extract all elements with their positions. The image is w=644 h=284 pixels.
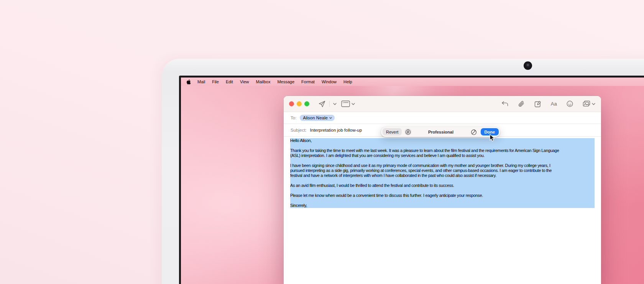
send-options-chevron-icon[interactable] — [333, 103, 337, 105]
message-body[interactable]: Hello Alison,Thank you for taking the ti… — [284, 137, 601, 284]
undo-icon[interactable] — [501, 101, 508, 107]
body-line: pursued interpreting as a side gig, prim… — [290, 168, 595, 173]
zoom-button[interactable] — [304, 101, 309, 106]
format-text-icon[interactable]: Aa — [551, 101, 557, 107]
body-line — [290, 178, 595, 183]
body-line — [290, 143, 595, 148]
signature-line: Katsura — [290, 208, 595, 213]
menu-items: MailFileEditViewMailboxMessageFormatWind… — [194, 78, 356, 86]
header-fields-chevron-icon[interactable] — [352, 103, 355, 105]
mouse-cursor — [490, 134, 495, 144]
scene: MailFileEditViewMailboxMessageFormatWind… — [0, 0, 644, 284]
facetime-camera — [524, 61, 532, 70]
body-line: I have been signing since childhood and … — [290, 163, 595, 168]
menu-item[interactable]: View — [237, 78, 253, 86]
minimize-button[interactable] — [297, 101, 302, 106]
body-line — [290, 158, 595, 163]
to-field-row[interactable]: To: Alison Neale — [284, 112, 601, 124]
writing-tools-icon[interactable] — [404, 128, 412, 135]
body-line: As an avid film enthusiast, I would be t… — [290, 183, 595, 188]
apple-menu-icon[interactable] — [185, 79, 194, 85]
recipient-chevron-icon — [329, 117, 332, 119]
menu-item[interactable]: Message — [274, 78, 298, 86]
menu-item[interactable]: Mailbox — [253, 78, 274, 86]
body-line: Sincerely, — [290, 203, 595, 208]
photo-browser-chevron-icon[interactable] — [592, 103, 595, 105]
recipient-name: Alison Neale — [303, 116, 328, 120]
menu-item[interactable]: Edit — [222, 78, 237, 86]
toolbar-divider — [329, 101, 330, 107]
menu-item[interactable]: File — [209, 78, 222, 86]
menu-item[interactable]: Format — [298, 78, 318, 86]
menu-item[interactable]: Window — [318, 78, 340, 86]
revert-button[interactable]: Revert — [383, 128, 402, 135]
traffic-lights — [289, 101, 309, 106]
menu-item[interactable]: Help — [340, 78, 356, 86]
rewrite-style-label: Professional — [412, 130, 470, 134]
emoji-icon[interactable] — [567, 101, 573, 107]
subject-label: Subject: — [291, 128, 307, 132]
markup-icon[interactable] — [534, 101, 541, 107]
body-line: (ASL) interpretation. I am delighted tha… — [290, 153, 595, 158]
mail-compose-window: Aa — [284, 96, 601, 284]
header-fields-icon[interactable] — [341, 101, 350, 107]
body-line: Please let me know when would be a conve… — [290, 193, 595, 198]
selected-text-block[interactable]: Hello Alison,Thank you for taking the ti… — [290, 138, 595, 208]
imac-screen-bezel: MailFileEditViewMailboxMessageFormatWind… — [179, 76, 644, 284]
menu-item[interactable]: Mail — [194, 78, 209, 86]
body-line — [290, 198, 595, 203]
window-toolbar: Aa — [284, 96, 601, 112]
body-line: Thank you for taking the time to meet wi… — [290, 148, 595, 153]
attach-icon[interactable] — [518, 101, 525, 107]
toolbar-right-icons: Aa — [501, 101, 596, 107]
send-icon[interactable] — [318, 100, 326, 108]
body-line: festival and have a network of interpret… — [290, 173, 595, 178]
photo-browser-icon[interactable] — [583, 101, 590, 107]
to-label: To: — [291, 116, 296, 120]
body-line — [290, 188, 595, 193]
rewrite-icon[interactable] — [470, 128, 478, 136]
recipient-pill[interactable]: Alison Neale — [300, 115, 335, 121]
menubar: MailFileEditViewMailboxMessageFormatWind… — [181, 78, 644, 86]
subject-value: Interpretation job follow-up — [310, 128, 362, 132]
body-line: Hello Alison, — [290, 138, 595, 143]
desktop-wallpaper: MailFileEditViewMailboxMessageFormatWind… — [181, 78, 644, 284]
writing-tools-bar: Revert Professional — [381, 127, 500, 137]
close-button[interactable] — [289, 101, 294, 106]
